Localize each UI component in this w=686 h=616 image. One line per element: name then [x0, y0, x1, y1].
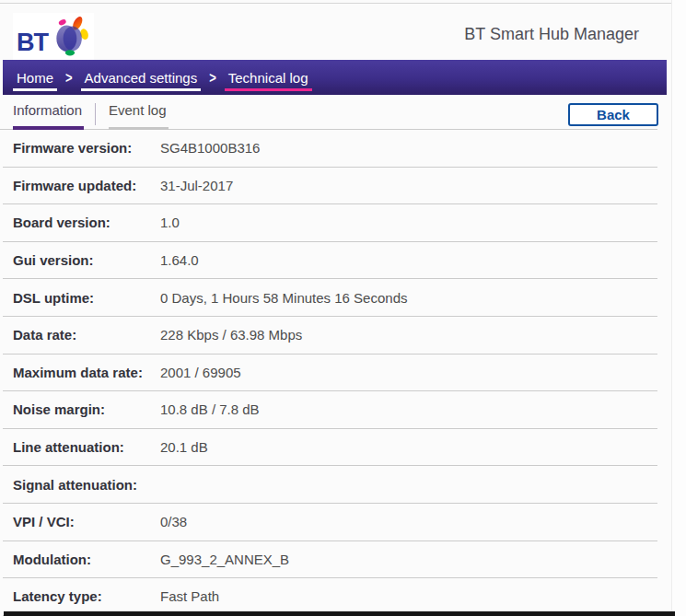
table-row: Board version: 1.0 [3, 204, 657, 242]
page: BT [0, 0, 686, 616]
table-row: Data rate: 228 Kbps / 63.98 Mbps [3, 317, 657, 354]
page-title: BT Smart Hub Manager [464, 25, 639, 44]
row-value: 10.8 dB / 7.8 dB [160, 401, 657, 417]
table-row: Gui version: 1.64.0 [3, 242, 657, 280]
row-label: Modulation: [3, 552, 160, 567]
table-row: Latency type: Fast Path [3, 578, 657, 616]
row-value: 0/38 [160, 514, 657, 529]
table-row: Noise margin: 10.8 dB / 7.8 dB [3, 391, 657, 429]
row-label: Latency type: [3, 588, 160, 604]
row-value: 31-Jul-2017 [160, 178, 657, 193]
row-label: Firmware version: [3, 140, 160, 156]
breadcrumb-advanced-settings[interactable]: Advanced settings [84, 60, 199, 95]
breadcrumb: Home > Advanced settings > Technical log [3, 60, 667, 95]
row-value: 0 Days, 1 Hours 58 Minutes 16 Seconds [160, 290, 657, 306]
row-label: Signal attenuation: [3, 477, 160, 493]
tab-bar: Information Event log Back [0, 95, 657, 130]
chevron-right-icon: > [209, 69, 216, 87]
row-label: DSL uptime: [3, 290, 160, 306]
table-row: Firmware updated: 31-Jul-2017 [3, 168, 657, 205]
table-row: Line attenuation: 20.1 dB [3, 429, 657, 467]
top-divider [0, 3, 686, 4]
row-value: 228 Kbps / 63.98 Mbps [160, 327, 657, 343]
row-label: Maximum data rate: [3, 365, 160, 380]
row-label: Data rate: [3, 327, 160, 343]
breadcrumb-home[interactable]: Home [16, 60, 54, 95]
tab-event-log[interactable]: Event log [109, 102, 169, 130]
row-value: Fast Path [160, 588, 657, 604]
row-value: 1.0 [160, 215, 657, 230]
tab-divider [95, 103, 96, 125]
window-bottom-edge [4, 611, 675, 616]
bt-logo: BT [13, 13, 94, 63]
row-value: 1.64.0 [160, 252, 657, 268]
tab-information[interactable]: Information [13, 102, 84, 130]
back-button[interactable]: Back [568, 103, 658, 126]
breadcrumb-technical-log[interactable]: Technical log [227, 60, 309, 95]
row-label: Noise margin: [3, 401, 160, 417]
scrollbar-track[interactable] [671, 0, 686, 616]
table-row: Firmware version: SG4B1000B316 [3, 130, 657, 168]
table-row: Maximum data rate: 2001 / 69905 [3, 354, 657, 392]
table-row: Modulation: G_993_2_ANNEX_B [3, 541, 657, 579]
table-row: Signal attenuation: [3, 466, 657, 504]
row-label: Firmware updated: [3, 178, 160, 193]
bt-logo-text: BT [17, 30, 48, 55]
row-label: Gui version: [3, 252, 160, 268]
row-value: G_993_2_ANNEX_B [160, 552, 657, 567]
row-label: Board version: [3, 215, 160, 230]
technical-log-table: Firmware version: SG4B1000B316 Firmware … [3, 130, 657, 616]
row-label: VPI / VCI: [3, 514, 160, 529]
row-value: 20.1 dB [160, 439, 657, 455]
table-row: DSL uptime: 0 Days, 1 Hours 58 Minutes 1… [3, 279, 657, 317]
table-row: VPI / VCI: 0/38 [3, 504, 657, 541]
row-value: 2001 / 69905 [160, 365, 657, 380]
bt-globe-icon [50, 15, 90, 61]
chevron-right-icon: > [65, 69, 73, 87]
row-value: SG4B1000B316 [160, 140, 657, 156]
row-label: Line attenuation: [3, 439, 160, 455]
header: BT [0, 9, 670, 60]
